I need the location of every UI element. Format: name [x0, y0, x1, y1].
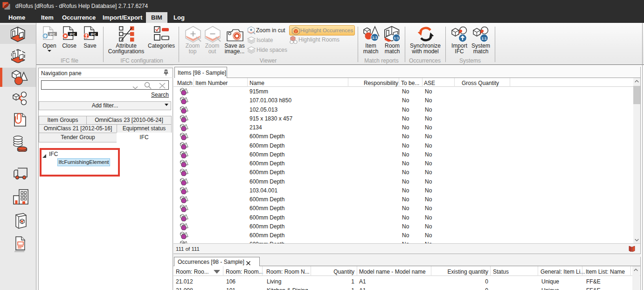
svg-text:IFC: IFC	[49, 32, 55, 36]
svg-text:IFC: IFC	[90, 32, 97, 36]
svg-text:1:1: 1:1	[372, 35, 377, 40]
svg-text:1:1: 1:1	[482, 36, 487, 41]
svg-text:IFC: IFC	[69, 32, 76, 36]
svg-text:1:1: 1:1	[394, 36, 399, 40]
